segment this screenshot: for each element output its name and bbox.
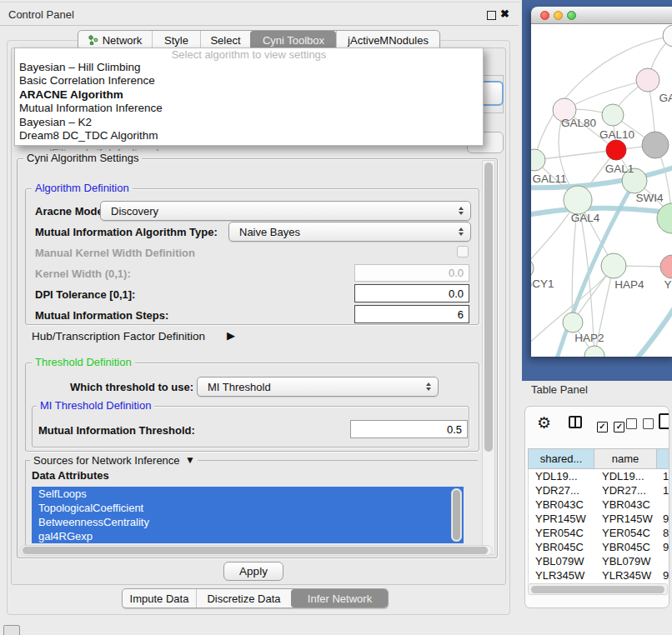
table-cell: YDR27... [535, 483, 579, 498]
dpi-tolerance-field[interactable] [354, 284, 469, 302]
network-canvas[interactable]: GALGAL80GAL10GAL1GAL11SWI4GAL4GCY1HAP4YH… [531, 24, 672, 357]
network-node-label: GCY1 [531, 278, 554, 290]
table-cell: 8. [663, 526, 669, 540]
tab-cyni-toolbox[interactable]: Cyni Toolbox [250, 31, 336, 49]
table-row[interactable]: YBR045CYBR045C9. [529, 540, 669, 554]
algorithm-option[interactable]: Dream8 DC_TDC Algorithm [15, 129, 483, 142]
manual-kernel-checkbox[interactable] [457, 246, 469, 258]
table-cell: YDL19... [535, 469, 578, 483]
table-combo-text-fragment: galFiltered.sif default node [38, 145, 288, 151]
table-row[interactable]: YBL079WYBL079W [529, 554, 669, 568]
hide-columns-icon[interactable] [626, 418, 654, 432]
cyni-algorithm-settings-title: Cyni Algorithm Settings [23, 152, 142, 164]
network-window-titlebar[interactable] [531, 7, 672, 24]
minimize-button[interactable] [554, 11, 563, 20]
table-cell: YBR043C [602, 498, 650, 512]
network-node[interactable] [606, 140, 626, 160]
combo-arrows-icon [426, 382, 431, 391]
close-button[interactable] [540, 11, 549, 20]
algorithm-option[interactable]: Bayesian – K2 [15, 116, 483, 129]
mi-threshold-field[interactable] [350, 420, 468, 438]
float-panel-icon[interactable] [487, 11, 496, 20]
network-node[interactable] [601, 253, 626, 278]
data-attribute-option[interactable]: TopologicalCoefficient [32, 501, 464, 515]
table-cell: YBR043C [535, 498, 584, 512]
table-row[interactable]: YDL19...YDL19...13 [529, 469, 669, 483]
data-attribute-option[interactable]: SelfLoops [32, 487, 464, 501]
network-node[interactable] [657, 203, 672, 233]
tab-style[interactable]: Style [152, 31, 200, 49]
tab-infer-network[interactable]: Infer Network [291, 589, 388, 608]
which-threshold-label: Which threshold to use: [70, 381, 193, 393]
network-node-label: HAP2 [574, 332, 604, 344]
settings-vscrollbar-thumb[interactable] [484, 162, 493, 452]
data-attribute-option[interactable]: BetweennessCentrality [32, 515, 464, 529]
close-panel-icon[interactable]: ✖ [500, 8, 509, 20]
show-selected-columns-icon[interactable]: ✓ ✓ [597, 418, 624, 432]
table-row[interactable]: YBR043CYBR043C [529, 498, 669, 512]
column-header[interactable]: shared... [528, 448, 594, 469]
table-panel-title: Table Panel [531, 383, 588, 396]
tab-select[interactable]: Select [200, 31, 250, 49]
network-node[interactable] [636, 68, 659, 92]
column-layout-icon[interactable] [569, 416, 582, 428]
tab-impute-data[interactable]: Impute Data [123, 589, 196, 608]
network-node[interactable] [660, 255, 672, 278]
attributes-vscrollbar-thumb[interactable] [453, 490, 460, 540]
zoom-button[interactable] [567, 11, 576, 20]
algorithm-popup: Select algorithm to view settings Bayesi… [14, 48, 484, 146]
network-node[interactable] [564, 186, 592, 214]
tab-discretize-data[interactable]: Discretize Data [196, 589, 291, 608]
table-cell: YPR145W [602, 512, 653, 526]
table-row[interactable]: YPR145WYPR145W9. [529, 512, 669, 526]
threshold-definition-title: Threshold Definition [32, 357, 135, 368]
which-threshold-combo[interactable]: MI Threshold [197, 377, 439, 397]
network-node[interactable] [663, 25, 672, 47]
column-header[interactable]: A [657, 448, 669, 469]
aracne-mode-value: Discovery [111, 205, 158, 218]
tab-style-label: Style [164, 34, 188, 47]
minimized-panel-grip[interactable] [3, 625, 20, 635]
aracne-mode-combo[interactable]: Discovery [100, 201, 471, 221]
algorithm-option[interactable]: ARACNE Algorithm [15, 88, 483, 102]
network-node[interactable] [584, 346, 604, 357]
table-cell: 9. [663, 540, 669, 554]
table-panel: ⚙ ✓ ✓ shared...nameA YDL19...YDL19...13Y… [524, 406, 669, 608]
hub-definition-label[interactable]: Hub/Transcription Factor Definition [32, 330, 205, 342]
table-settings-gear-icon[interactable]: ⚙ [537, 413, 551, 432]
table-row[interactable]: YDR27...YDR27...12 [529, 483, 669, 498]
kernel-width-field[interactable] [354, 264, 469, 282]
data-attribute-option[interactable]: gal4RGexp [32, 529, 464, 543]
apply-button[interactable]: Apply [223, 562, 283, 581]
network-node-label: GAL10 [599, 128, 634, 141]
table-cell: YER054C [602, 526, 650, 540]
network-node[interactable] [531, 258, 534, 279]
network-node-label: GAL11 [532, 172, 566, 185]
export-table-icon[interactable] [659, 413, 669, 429]
mi-steps-field[interactable] [354, 305, 469, 323]
network-node-label: GAL80 [561, 117, 596, 129]
network-node[interactable] [602, 104, 624, 126]
algorithm-option[interactable]: Basic Correlation Inference [15, 74, 483, 88]
combo-arrows-icon [459, 207, 464, 215]
table-row[interactable]: YER054CYER054C8. [529, 526, 669, 540]
dpi-tolerance-label: DPI Tolerance [0,1]: [35, 288, 135, 301]
hub-collapse-arrow-icon[interactable]: ▶ [227, 329, 235, 342]
table-hscrollbar-thumb[interactable] [531, 586, 664, 593]
network-icon [88, 35, 98, 45]
network-node[interactable] [642, 132, 669, 158]
network-window: GALGAL80GAL10GAL1GAL11SWI4GAL4GCY1HAP4YH… [531, 7, 672, 357]
settings-hscrollbar-thumb[interactable] [23, 547, 488, 554]
network-node[interactable] [563, 312, 583, 332]
mi-type-combo[interactable]: Naive Bayes [228, 222, 471, 242]
sources-expand-arrow-icon[interactable]: ▼ [183, 454, 198, 466]
algorithm-option[interactable]: Mutual Information Inference [15, 102, 483, 115]
tab-jactivemnodules[interactable]: jActiveMNodules [336, 31, 439, 49]
algorithm-option[interactable]: Bayesian – Hill Climbing [15, 61, 483, 74]
column-header[interactable]: name [594, 448, 657, 469]
tab-network[interactable]: Network [78, 31, 152, 49]
sources-group-leftborder [25, 460, 26, 555]
table-row[interactable]: YLR345WYLR345W9. [529, 568, 669, 582]
which-threshold-value: MI Threshold [208, 381, 271, 393]
network-node-label: HAP4 [614, 278, 644, 291]
